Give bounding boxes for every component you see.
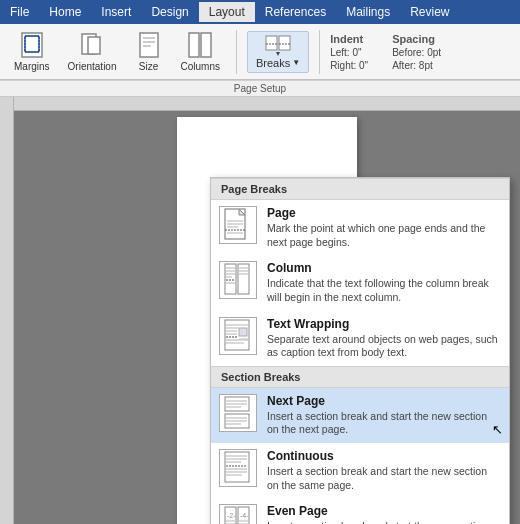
- columns-icon: [186, 31, 214, 59]
- break-textwrap-icon: [219, 317, 257, 355]
- breaks-dropdown: Page Breaks Page Mark the point at which…: [210, 177, 510, 524]
- breaks-dropdown-arrow: ▼: [292, 58, 300, 67]
- menu-review[interactable]: Review: [400, 2, 459, 22]
- svg-rect-40: [239, 328, 247, 336]
- break-evenpage-item[interactable]: -2- -4- Even Page Insert a section break…: [211, 498, 509, 524]
- svg-rect-13: [201, 33, 211, 57]
- orientation-icon: [78, 31, 106, 59]
- spacing-section: Spacing Before: 0pt After: 8pt: [392, 33, 441, 71]
- menu-file[interactable]: File: [0, 2, 39, 22]
- menu-references[interactable]: References: [255, 2, 336, 22]
- break-nextpage-text: Next Page Insert a section break and sta…: [267, 394, 501, 437]
- size-icon: [135, 31, 163, 59]
- break-evenpage-text: Even Page Insert a section break and sta…: [267, 504, 501, 524]
- break-continuous-item[interactable]: Continuous Insert a section break and st…: [211, 443, 509, 498]
- page-setup-label: Page Setup: [0, 80, 520, 96]
- break-page-text: Page Mark the point at which one page en…: [267, 206, 501, 249]
- menu-bar: File Home Insert Design Layout Reference…: [0, 0, 520, 24]
- svg-text:-4-: -4-: [240, 512, 249, 519]
- margins-icon: [18, 31, 46, 59]
- columns-button[interactable]: Columns: [175, 27, 226, 76]
- ribbon: Margins Orientation Size: [0, 24, 520, 97]
- svg-rect-16: [279, 36, 290, 50]
- break-continuous-text: Continuous Insert a section break and st…: [267, 449, 501, 492]
- menu-mailings[interactable]: Mailings: [336, 2, 400, 22]
- margins-button[interactable]: Margins: [8, 27, 56, 76]
- break-continuous-icon: [219, 449, 257, 487]
- menu-layout[interactable]: Layout: [199, 2, 255, 22]
- breaks-button[interactable]: Breaks ▼: [247, 31, 309, 73]
- vertical-ruler: [0, 97, 14, 524]
- page-breaks-header: Page Breaks: [211, 178, 509, 200]
- break-evenpage-icon: -2- -4-: [219, 504, 257, 524]
- break-textwrap-item[interactable]: Text Wrapping Separate text around objec…: [211, 311, 509, 366]
- svg-rect-7: [88, 37, 100, 54]
- cursor-pointer: ↖: [492, 422, 503, 437]
- indent-section: Indent Left: 0" Right: 0": [330, 33, 368, 71]
- break-textwrap-text: Text Wrapping Separate text around objec…: [267, 317, 501, 360]
- menu-home[interactable]: Home: [39, 2, 91, 22]
- break-column-item[interactable]: Column Indicate that the text following …: [211, 255, 509, 310]
- break-column-icon: [219, 261, 257, 299]
- size-button[interactable]: Size: [129, 27, 169, 76]
- svg-rect-14: [266, 36, 277, 50]
- ribbon-divider-2: [319, 30, 320, 74]
- svg-rect-8: [140, 33, 158, 57]
- svg-text:-2-: -2-: [227, 512, 236, 519]
- menu-insert[interactable]: Insert: [91, 2, 141, 22]
- svg-marker-18: [276, 52, 280, 56]
- break-nextpage-item[interactable]: Next Page Insert a section break and sta…: [211, 388, 509, 443]
- break-nextpage-icon: [219, 394, 257, 432]
- break-page-item[interactable]: Page Mark the point at which one page en…: [211, 200, 509, 255]
- section-breaks-header: Section Breaks: [211, 366, 509, 388]
- breaks-icon: [264, 35, 292, 57]
- orientation-button[interactable]: Orientation: [62, 27, 123, 76]
- document-area: Page Breaks Page Mark the point at which…: [0, 97, 520, 524]
- break-column-text: Column Indicate that the text following …: [267, 261, 501, 304]
- break-page-icon: [219, 206, 257, 244]
- menu-design[interactable]: Design: [141, 2, 198, 22]
- ribbon-divider-1: [236, 30, 237, 74]
- svg-rect-12: [189, 33, 199, 57]
- horizontal-ruler: [14, 97, 520, 111]
